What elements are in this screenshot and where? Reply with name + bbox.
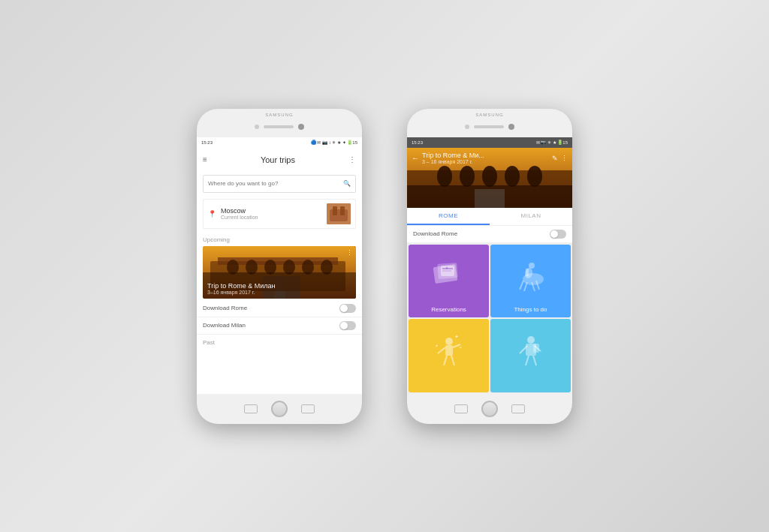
phone1-top-bezel: SAMSUNG <box>197 109 362 137</box>
trip-tabs: ROME MILAN <box>407 208 572 226</box>
phone1-brand: SAMSUNG <box>265 113 293 117</box>
svg-line-44 <box>451 356 454 365</box>
toggle-rome-label: Download Rome <box>203 305 247 311</box>
svg-point-33 <box>529 263 535 269</box>
svg-rect-40 <box>445 345 453 356</box>
menu-icon[interactable]: ≡ <box>203 155 207 164</box>
tile-yellow[interactable]: ✦ ✦ ✦ <box>409 319 489 392</box>
svg-line-43 <box>444 356 447 365</box>
trip-card-text: Trip to Rome & Милан 3–16 января 2017 г. <box>207 282 275 295</box>
search-icon: 🔍 <box>343 180 351 187</box>
phone2-battery: ✉ 📷 ✳ ★ 🔋15 <box>536 140 568 145</box>
svg-text:✦: ✦ <box>435 344 439 348</box>
phone2-speaker <box>474 125 504 128</box>
phone2-screen: 15:23 ✉ 📷 ✳ ★ 🔋15 <box>407 137 572 394</box>
home-button[interactable] <box>271 401 288 417</box>
svg-rect-34 <box>526 269 529 276</box>
location-thumbnail <box>327 203 351 224</box>
tile-things-to-do[interactable]: Things to do <box>490 245 571 318</box>
feature-grid: ✈ Reservations <box>407 243 572 394</box>
svg-text:✦: ✦ <box>454 334 459 339</box>
hero-toolbar: ← Trip to Rome & Ми... 3 – 16 января 201… <box>407 148 572 169</box>
phone1-speaker <box>264 125 294 128</box>
toggle-download-milan[interactable]: Download Milan <box>197 317 362 335</box>
location-name: Moscow <box>221 207 322 215</box>
search-input[interactable] <box>208 180 343 187</box>
hero-back-icon[interactable]: ← <box>412 154 419 162</box>
back-button[interactable] <box>244 404 258 413</box>
location-pin-icon: 📍 <box>208 210 216 218</box>
lightblue-illustration <box>490 319 571 380</box>
trip-card-image: Trip to Rome & Милан 3–16 января 2017 г.… <box>203 246 356 299</box>
phone-2: SAMSUNG 15:23 ✉ 📷 ✳ ★ 🔋15 <box>407 109 572 424</box>
download-rome-label: Download Rome <box>413 230 457 237</box>
phone2-recents-button[interactable] <box>511 404 525 413</box>
svg-line-36 <box>524 282 527 291</box>
svg-line-41 <box>438 347 445 353</box>
phone2-top-bezel: SAMSUNG <box>407 109 572 137</box>
phone1-appbar: ≡ Your trips ⋮ <box>197 148 362 172</box>
svg-rect-24 <box>475 189 505 208</box>
phone1-camera <box>298 124 304 130</box>
svg-point-18 <box>437 166 452 187</box>
toggle-milan-switch[interactable] <box>339 321 356 330</box>
phone2-bottom-bezel <box>407 394 572 424</box>
phone1-status-icons: 🔵 ✉ 📷 ↕ ✳ ★ ✦ 🔋15 <box>311 140 357 145</box>
svg-point-22 <box>527 166 542 187</box>
phone2-home-button[interactable] <box>481 401 498 417</box>
yellow-illustration: ✦ ✦ ✦ <box>409 319 489 380</box>
svg-point-48 <box>527 336 535 344</box>
trip-more-icon[interactable]: ⋮ <box>346 249 353 257</box>
phone1-bottom-bezel <box>197 394 362 424</box>
phone2-camera <box>508 124 514 130</box>
phone-1: SAMSUNG 15:23 🔵 ✉ 📷 ↕ ✳ ★ ✦ 🔋15 ≡ Your t… <box>197 109 362 424</box>
reservations-illustration: ✈ <box>409 245 489 306</box>
location-sub: Current location <box>221 215 322 220</box>
location-card[interactable]: 📍 Moscow Current location <box>203 199 356 229</box>
svg-line-54 <box>533 356 536 365</box>
svg-text:✈: ✈ <box>445 266 448 270</box>
svg-line-53 <box>526 356 529 365</box>
trip-card[interactable]: Trip to Rome & Милан 3–16 января 2017 г.… <box>203 246 356 299</box>
trip-title: Trip to Rome & Милан <box>207 282 275 290</box>
phone1-status-bar: 15:23 🔵 ✉ 📷 ↕ ✳ ★ ✦ 🔋15 <box>197 137 362 148</box>
hero-more-icon[interactable]: ⋮ <box>561 155 568 162</box>
search-bar[interactable]: 🔍 <box>203 175 356 193</box>
svg-rect-2 <box>333 206 337 215</box>
phone2-dot-left <box>465 125 469 129</box>
svg-point-21 <box>505 166 520 187</box>
phone2-back-button[interactable] <box>454 404 468 413</box>
hero-title-block: Trip to Rome & Ми... 3 – 16 января 2017 … <box>422 152 549 164</box>
location-text: Moscow Current location <box>221 207 322 220</box>
phone1-time: 15:23 <box>201 140 213 145</box>
phone1-dot-left <box>255 125 259 129</box>
phone2-status-icons: ✉ 📷 ✳ ★ 🔋15 <box>536 140 568 145</box>
download-rome-switch[interactable] <box>550 230 566 239</box>
svg-point-19 <box>460 166 475 187</box>
recents-button[interactable] <box>301 404 315 413</box>
trip-date: 3–16 января 2017 г. <box>207 290 275 295</box>
svg-rect-1 <box>330 209 348 221</box>
tile-lightblue[interactable] <box>490 319 571 392</box>
toggle-rome-switch[interactable] <box>339 304 356 313</box>
hero-subtitle: 3 – 16 января 2017 г. <box>422 159 549 164</box>
phone2-status-bar: 15:23 ✉ 📷 ✳ ★ 🔋15 <box>407 137 572 148</box>
svg-point-39 <box>445 338 453 345</box>
tile-reservations[interactable]: ✈ Reservations <box>409 245 489 318</box>
phone2-time: 15:23 <box>412 140 423 145</box>
section-upcoming: Upcoming <box>197 232 362 245</box>
more-icon[interactable]: ⋮ <box>348 155 356 164</box>
svg-point-20 <box>482 166 497 187</box>
tile-things-label: Things to do <box>514 306 547 313</box>
tab-milan[interactable]: MILAN <box>490 208 572 225</box>
svg-text:✦: ✦ <box>459 345 462 350</box>
phone1-battery: 🔵 ✉ 📷 ↕ ✳ ★ ✦ 🔋15 <box>311 140 357 145</box>
download-rome-row[interactable]: Download Rome <box>407 226 572 243</box>
hero-edit-icon[interactable]: ✎ <box>552 155 558 162</box>
tile-reservations-label: Reservations <box>431 306 466 313</box>
tab-rome[interactable]: ROME <box>407 208 490 225</box>
svg-line-35 <box>520 281 523 290</box>
section-past: Past <box>197 335 362 347</box>
phone1-screen: 15:23 🔵 ✉ 📷 ↕ ✳ ★ ✦ 🔋15 ≡ Your trips ⋮ 🔍… <box>197 137 362 394</box>
toggle-download-rome[interactable]: Download Rome <box>197 300 362 317</box>
